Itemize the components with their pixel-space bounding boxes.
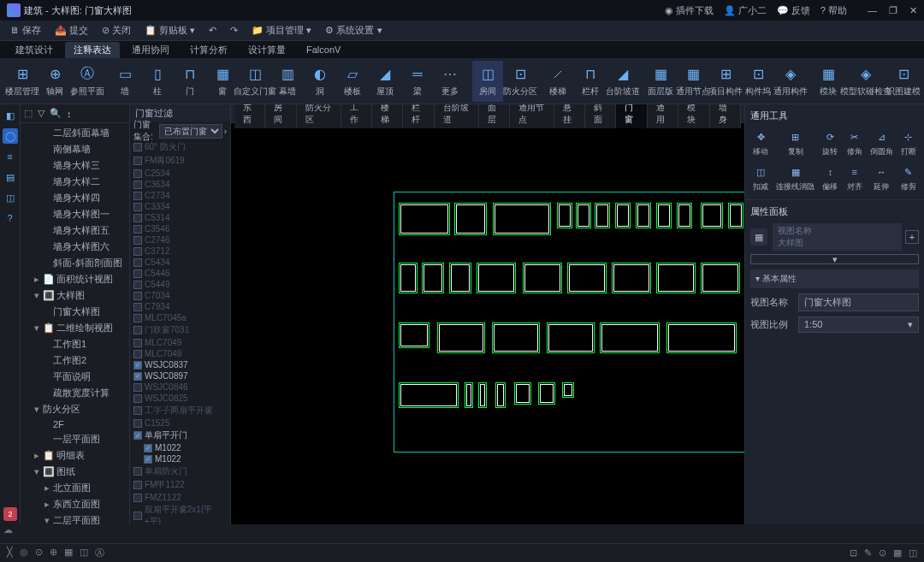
ribbon-自定义门窗[interactable]: ◫自定义门窗 bbox=[240, 61, 270, 102]
cube-icon[interactable]: ⬚ bbox=[24, 108, 33, 119]
ribbon-面层版[interactable]: ▦面层版 bbox=[645, 61, 676, 102]
window-block[interactable] bbox=[728, 203, 743, 228]
tool-修角[interactable]: ✂修角 bbox=[844, 127, 865, 159]
window-block[interactable] bbox=[562, 382, 574, 398]
tree-item[interactable]: 墙身大样图六 bbox=[21, 239, 129, 255]
status-icon[interactable]: ⊙ bbox=[35, 547, 43, 559]
window-block[interactable] bbox=[656, 263, 696, 293]
filter-item[interactable]: C2746 bbox=[130, 234, 230, 246]
title-action[interactable]: 💬 反馈 bbox=[777, 4, 810, 17]
tree-item[interactable]: 墙身大样三 bbox=[21, 157, 129, 174]
ribbon-楼梯[interactable]: ⟋楼梯 bbox=[542, 61, 573, 102]
checkbox[interactable] bbox=[133, 339, 142, 347]
tree-item[interactable]: ▸北立面图 bbox=[21, 480, 129, 496]
filter-item[interactable]: 单扇防火门 bbox=[130, 464, 230, 478]
sort-icon[interactable]: ↕ bbox=[67, 109, 72, 119]
ribbon-参照平面[interactable]: Ⓐ参照平面 bbox=[72, 61, 103, 102]
checkbox[interactable] bbox=[133, 269, 142, 278]
window-block[interactable] bbox=[495, 382, 506, 408]
window-block[interactable] bbox=[422, 263, 444, 293]
checkbox[interactable] bbox=[133, 350, 142, 358]
cloud-icon[interactable]: ☁ bbox=[3, 524, 17, 538]
window-block[interactable] bbox=[701, 203, 723, 228]
window-block[interactable] bbox=[557, 203, 572, 228]
tree-item[interactable]: 二层斜面幕墙 bbox=[21, 125, 129, 141]
checkbox[interactable] bbox=[133, 169, 142, 178]
tree-item[interactable]: 墙身大样二 bbox=[21, 174, 129, 190]
tool-连接线消隐[interactable]: ▦连接线消隐 bbox=[774, 163, 816, 194]
filter-item[interactable]: C5449 bbox=[130, 279, 230, 290]
filter-item[interactable]: C3334 bbox=[130, 201, 230, 212]
tree-item[interactable]: ▸📋明细表 bbox=[21, 447, 129, 464]
ribbon-项目构件[interactable]: ⊞项目构件 bbox=[710, 61, 741, 102]
checkbox[interactable] bbox=[133, 157, 142, 165]
window-block[interactable] bbox=[701, 263, 740, 293]
window-block[interactable] bbox=[399, 382, 459, 408]
checkbox[interactable] bbox=[133, 203, 142, 211]
checkbox[interactable] bbox=[133, 236, 142, 245]
filter-item[interactable]: 门联窗7031 bbox=[130, 323, 230, 337]
filter-item[interactable]: C5314 bbox=[130, 212, 230, 223]
tool-修剪[interactable]: ✎修剪 bbox=[898, 163, 919, 194]
tree-item[interactable]: ▾📋二维绘制视图 bbox=[21, 320, 129, 336]
checkbox[interactable] bbox=[133, 225, 142, 234]
action-item[interactable]: 📁 项目管理 ▾ bbox=[248, 22, 315, 38]
window-block[interactable] bbox=[477, 263, 516, 293]
status-icon[interactable]: ◎ bbox=[20, 547, 28, 559]
dropdown-button[interactable]: ▾ bbox=[750, 254, 919, 264]
filter-item[interactable]: MLC7045a bbox=[130, 312, 230, 323]
checkbox[interactable] bbox=[133, 326, 142, 334]
window-block[interactable] bbox=[666, 322, 737, 353]
status-icon[interactable]: ⊙ bbox=[879, 547, 886, 559]
menu-item[interactable]: 设计算量 bbox=[240, 42, 294, 58]
notif-badge[interactable]: 2 bbox=[3, 507, 17, 521]
tool-倒圆角[interactable]: ⊿倒圆角 bbox=[868, 127, 895, 159]
canvas-view[interactable] bbox=[231, 123, 744, 524]
window-control[interactable]: ✕ bbox=[909, 5, 917, 16]
rail-globe-icon[interactable]: ◯ bbox=[3, 128, 18, 144]
menu-item[interactable]: 建筑设计 bbox=[7, 42, 62, 58]
rail-settings-icon[interactable]: ◫ bbox=[3, 190, 18, 205]
status-icon[interactable]: ✎ bbox=[864, 547, 872, 559]
filter-item[interactable]: FM甲1122 bbox=[130, 478, 230, 492]
action-item[interactable]: ↷ bbox=[227, 23, 241, 38]
ribbon-屋顶[interactable]: ◢屋顶 bbox=[370, 61, 400, 102]
search-icon[interactable]: 🔍 bbox=[50, 108, 62, 119]
tree-item[interactable]: 平面说明 bbox=[21, 369, 129, 385]
window-block[interactable] bbox=[595, 203, 610, 228]
rail-cube-icon[interactable]: ◧ bbox=[3, 108, 18, 123]
menu-item[interactable]: 注释表达 bbox=[65, 42, 120, 58]
tree-item[interactable]: 南侧幕墙 bbox=[21, 141, 129, 157]
window-block[interactable] bbox=[612, 263, 651, 293]
window-block[interactable] bbox=[636, 203, 651, 228]
ribbon-栏杆[interactable]: ⊓栏杆 bbox=[575, 61, 606, 102]
status-icon[interactable]: ▦ bbox=[893, 547, 902, 559]
filter-item[interactable]: FMZ1122 bbox=[130, 492, 230, 503]
status-icon[interactable]: ⊡ bbox=[850, 547, 857, 559]
action-item[interactable]: 📋 剪贴板 ▾ bbox=[141, 22, 198, 38]
status-icon[interactable]: Ⓐ bbox=[95, 547, 104, 559]
filter-item[interactable]: C1525 bbox=[130, 417, 230, 429]
rail-help-icon[interactable]: ? bbox=[3, 210, 18, 226]
filter-item[interactable]: C7934 bbox=[130, 301, 230, 312]
window-block[interactable] bbox=[567, 263, 607, 293]
status-icon[interactable]: ◫ bbox=[909, 547, 917, 559]
action-item[interactable]: 📤 提交 bbox=[51, 22, 92, 38]
ribbon-洞[interactable]: ◐洞 bbox=[305, 61, 335, 102]
tool-旋转[interactable]: ⟳旋转 bbox=[820, 127, 840, 159]
ribbon-梁[interactable]: ═梁 bbox=[402, 61, 433, 102]
ribbon-轴网[interactable]: ⊕轴网 bbox=[39, 61, 70, 102]
filter-item[interactable]: C2534 bbox=[130, 168, 230, 179]
window-block[interactable] bbox=[437, 322, 485, 353]
title-action[interactable]: 👤 广小二 bbox=[724, 4, 767, 17]
ribbon-柱[interactable]: ▯柱 bbox=[142, 61, 173, 102]
window-block[interactable] bbox=[399, 322, 429, 348]
checkbox[interactable] bbox=[133, 394, 142, 403]
window-block[interactable] bbox=[600, 322, 660, 353]
filter-item[interactable]: C3712 bbox=[130, 246, 230, 257]
tree-item[interactable]: 工作图2 bbox=[21, 352, 129, 369]
window-block[interactable] bbox=[478, 382, 487, 408]
tree-item[interactable]: ▾防火分区 bbox=[21, 401, 129, 417]
tool-复制[interactable]: ⊞复制 bbox=[774, 127, 816, 159]
tree-item[interactable]: 工作图1 bbox=[21, 336, 129, 352]
